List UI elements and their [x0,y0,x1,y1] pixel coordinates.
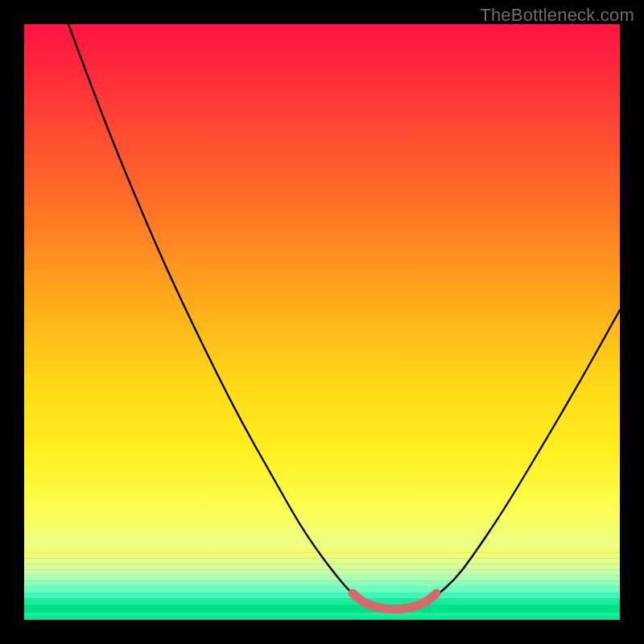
chart-frame [24,24,620,620]
watermark-text: TheBottleneck.com [480,5,634,26]
bottleneck-curve [68,24,620,609]
curve-layer [24,24,620,620]
accent-segment [353,593,436,609]
